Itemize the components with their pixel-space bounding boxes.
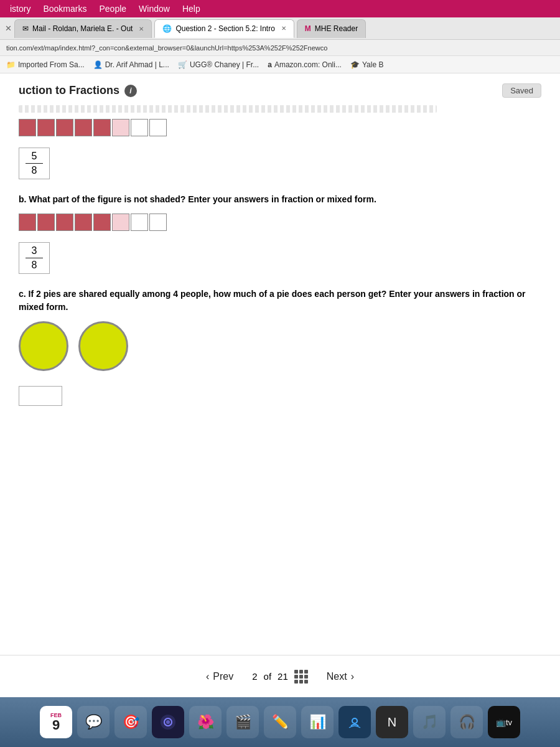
next-button[interactable]: Next › <box>327 671 354 682</box>
prev-label: Prev <box>213 671 233 682</box>
dock-stats[interactable]: 📊 <box>301 706 334 738</box>
part-b-fraction-bar <box>19 214 541 231</box>
next-label: Next <box>327 671 347 682</box>
grid-view-icon[interactable] <box>294 670 308 684</box>
bookmark-imported[interactable]: 📁 Imported From Sa... <box>6 60 85 69</box>
page-title-area: uction to Fractions i <box>19 84 137 97</box>
pies-container <box>19 321 541 371</box>
page-title: uction to Fractions <box>19 84 119 97</box>
info-icon[interactable]: i <box>124 85 137 97</box>
dock: FEB 9 💬 🎯 🌺 🎬 ✏️ 📊 N 🎵 🎧 📺tv <box>0 697 560 747</box>
part-b-fraction-answer: 3 8 <box>19 242 50 274</box>
dock-podcast[interactable]: 🎧 <box>450 706 483 738</box>
cart-icon: 🛒 <box>178 60 187 69</box>
dock-launchpad[interactable]: 🎯 <box>114 706 147 738</box>
yale-icon: 🎓 <box>350 60 360 69</box>
grid-dot-4 <box>294 675 298 679</box>
question-tab-icon: 🌐 <box>162 24 172 33</box>
b-bar-cell-6 <box>112 214 129 231</box>
b-bar-cell-3 <box>56 214 73 231</box>
dock-notes[interactable]: ✏️ <box>264 706 296 738</box>
current-page: 2 <box>252 671 257 682</box>
dock-siri[interactable] <box>152 706 184 738</box>
menu-help[interactable]: Help <box>182 4 200 14</box>
grid-dot-7 <box>294 680 298 684</box>
dock-music[interactable]: 🎵 <box>413 706 446 738</box>
dock-calendar-day: 9 <box>52 718 60 732</box>
amazon-icon: a <box>268 60 272 69</box>
total-pages: 21 <box>278 671 288 682</box>
question-tab-label: Question 2 - Section 5.2: Intro <box>175 24 274 33</box>
nav-footer: ‹ Prev 2 of 21 Next › <box>0 655 560 697</box>
menu-bar: istory Bookmarks People Window Help <box>0 0 560 17</box>
grid-dot-9 <box>304 680 308 684</box>
menu-history[interactable]: istory <box>10 4 30 14</box>
bar-cell-3 <box>56 119 73 136</box>
mail-tab-close[interactable]: ✕ <box>139 26 144 32</box>
part-b-numerator: 3 <box>26 245 43 258</box>
close-button[interactable]: ✕ <box>5 24 12 33</box>
dock-notification[interactable]: N <box>376 706 408 738</box>
page-header: uction to Fractions i Saved <box>19 83 541 98</box>
mhe-tab-icon: M <box>305 24 311 33</box>
mhe-tab-label: MHE Reader <box>315 24 358 33</box>
next-chevron-icon: › <box>351 671 354 682</box>
grid-dot-1 <box>294 670 298 674</box>
dock-appletv[interactable]: 📺tv <box>488 706 520 738</box>
grid-dot-8 <box>299 680 303 684</box>
url-text: tion.com/ext/map/index.html?_con=con&ext… <box>6 44 327 52</box>
svg-point-2 <box>166 720 170 724</box>
main-content: uction to Fractions i Saved 5 8 b. What … <box>0 73 560 655</box>
dock-calendar[interactable]: FEB 9 <box>40 706 72 738</box>
bookmark-ugg[interactable]: 🛒 UGG® Chaney | Fr... <box>178 60 259 69</box>
part-a-numerator: 5 <box>26 151 43 164</box>
dock-messages[interactable]: 💬 <box>77 706 110 738</box>
menu-people[interactable]: People <box>99 4 126 14</box>
bookmark-amazon[interactable]: a Amazon.com: Onli... <box>268 60 342 69</box>
page-info: 2 of 21 <box>252 670 308 684</box>
part-b-denominator: 8 <box>26 258 43 271</box>
of-label: of <box>264 671 272 682</box>
bookmark-arif[interactable]: 👤 Dr. Arif Ahmad | L... <box>93 60 169 69</box>
bookmarks-bar: 📁 Imported From Sa... 👤 Dr. Arif Ahmad |… <box>0 56 560 73</box>
b-bar-cell-4 <box>75 214 92 231</box>
part-c-answer-input[interactable] <box>19 386 62 406</box>
menu-window[interactable]: Window <box>139 4 170 14</box>
b-bar-cell-5 <box>93 214 111 231</box>
bar-cell-1 <box>19 119 36 136</box>
part-c-question: c. If 2 pies are shared equally among 4 … <box>19 288 541 314</box>
question-tab-close[interactable]: ✕ <box>281 25 286 32</box>
bar-cell-2 <box>37 119 55 136</box>
bar-cell-8 <box>149 119 167 136</box>
dock-quicktime[interactable]: 🎬 <box>226 706 259 738</box>
bookmark-ugg-label: UGG® Chaney | Fr... <box>190 60 259 69</box>
dock-flower[interactable]: 🌺 <box>189 706 222 738</box>
b-bar-cell-8 <box>149 214 167 231</box>
tab-mail[interactable]: ✉ Mail - Roldan, Mariela E. - Out ✕ <box>14 19 152 38</box>
prev-button[interactable]: ‹ Prev <box>206 671 233 682</box>
bookmark-amazon-label: Amazon.com: Onli... <box>274 60 342 69</box>
svg-point-3 <box>352 718 357 723</box>
b-bar-cell-2 <box>37 214 55 231</box>
folder-icon: 📁 <box>6 60 16 69</box>
bookmark-yale[interactable]: 🎓 Yale B <box>350 60 383 69</box>
pie-1 <box>19 321 68 371</box>
url-bar[interactable]: tion.com/ext/map/index.html?_con=con&ext… <box>0 40 560 56</box>
bar-cell-5 <box>93 119 111 136</box>
prev-chevron-icon: ‹ <box>206 671 209 682</box>
part-b-question: b. What part of the figure is not shaded… <box>19 193 541 206</box>
tab-bar: ✕ ✉ Mail - Roldan, Mariela E. - Out ✕ 🌐 … <box>0 17 560 40</box>
saved-badge: Saved <box>502 83 541 98</box>
grid-dot-2 <box>299 670 303 674</box>
grid-dot-5 <box>299 675 303 679</box>
tab-question[interactable]: 🌐 Question 2 - Section 5.2: Intro ✕ <box>154 19 294 38</box>
dock-airdrop[interactable] <box>338 706 371 738</box>
tab-mhe[interactable]: M MHE Reader <box>297 19 366 38</box>
part-a-denominator: 8 <box>26 164 43 176</box>
part-a-fraction-bar <box>19 119 541 136</box>
mail-tab-label: Mail - Roldan, Mariela E. - Out <box>32 24 133 33</box>
pie-2 <box>78 321 128 371</box>
grid-dot-6 <box>304 675 308 679</box>
b-bar-cell-1 <box>19 214 36 231</box>
menu-bookmarks[interactable]: Bookmarks <box>43 4 86 14</box>
